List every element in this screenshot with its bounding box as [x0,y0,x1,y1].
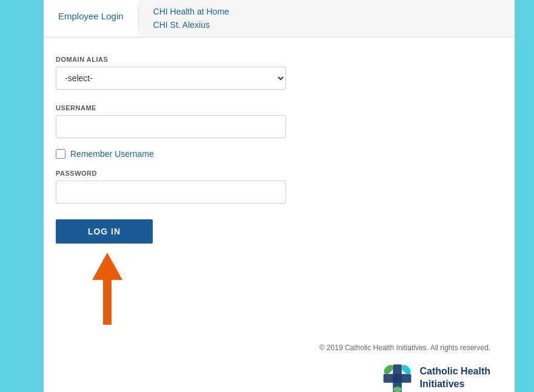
nav-links: CHI Health at Home CHI St. Alexius [139,0,515,37]
domain-alias-select[interactable]: -select- CHI Health at Home CHI St. Alex… [56,67,286,90]
password-label: PASSWORD [56,170,502,177]
chi-org-line2: Initiatives [420,378,490,391]
footer-area: © 2019 Catholic Health Initiatives. All … [44,337,515,392]
copyright-text: © 2019 Catholic Health Initiatives. All … [319,344,490,352]
password-section: PASSWORD [56,170,502,216]
chi-logo: Catholic Health Initiatives [381,362,490,392]
employee-login-nav-item[interactable]: Employee Login [44,0,138,37]
left-background [0,0,44,392]
svg-rect-3 [383,374,411,383]
remember-username-checkbox[interactable] [56,149,65,159]
username-input[interactable] [56,115,286,138]
svg-point-4 [382,363,395,376]
password-input[interactable] [56,181,286,204]
login-button[interactable]: LOG IN [56,219,153,244]
chi-health-at-home-link[interactable]: CHI Health at Home [153,5,500,18]
chi-org-name: Catholic Health Initiatives [420,365,490,391]
main-panel: Employee Login CHI Health at Home CHI St… [44,0,515,392]
remember-username-label[interactable]: Remember Username [70,149,154,159]
username-label: USERNAME [56,104,502,111]
domain-alias-section: DOMAIN ALIAS -select- CHI Health at Home… [56,56,502,101]
username-section: USERNAME [56,104,502,145]
header-nav: Employee Login CHI Health at Home CHI St… [44,0,515,38]
login-form-area: DOMAIN ALIAS -select- CHI Health at Home… [44,38,515,337]
right-background [515,0,534,392]
remember-username-row: Remember Username [56,149,502,159]
chi-logo-icon [381,362,414,392]
svg-point-5 [399,363,412,376]
chi-st-alexius-link[interactable]: CHI St. Alexius [153,18,500,32]
svg-rect-1 [103,279,112,325]
chi-org-line1: Catholic Health [420,365,490,378]
domain-alias-label: DOMAIN ALIAS [56,56,502,63]
svg-marker-0 [92,253,122,280]
arrow-container [56,250,502,325]
up-arrow-icon [92,253,122,325]
svg-point-6 [393,387,402,392]
